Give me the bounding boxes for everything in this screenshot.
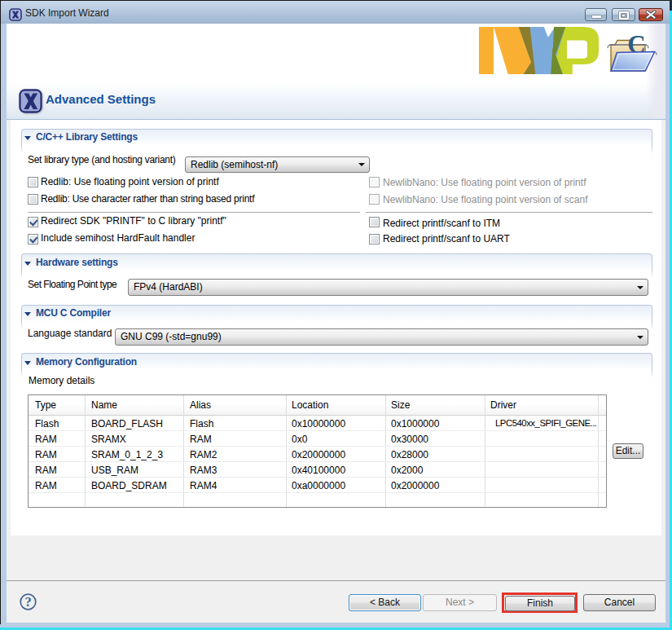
svg-text:?: ?	[24, 594, 31, 610]
